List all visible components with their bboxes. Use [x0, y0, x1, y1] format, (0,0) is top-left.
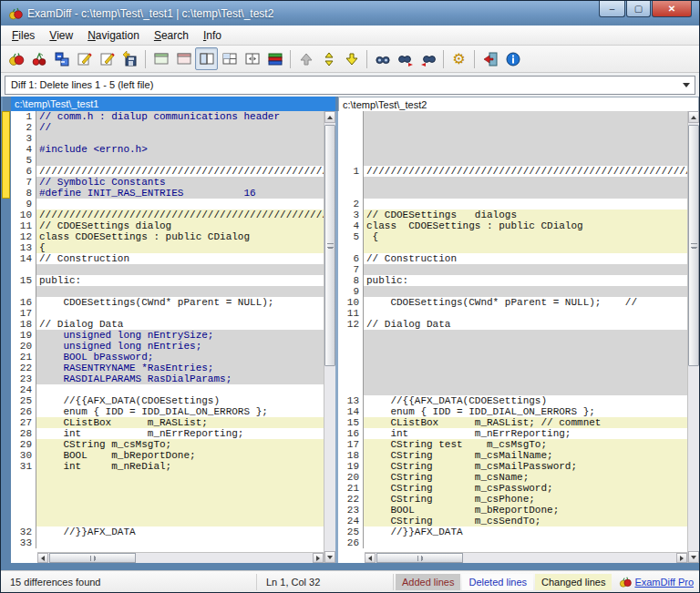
current-diff-icon[interactable] — [317, 47, 340, 70]
line-number: 19 — [338, 461, 364, 472]
menu-item-info[interactable]: Info — [196, 27, 229, 44]
code-row: 23 RASDIALPARAMS RasDialParams; — [11, 373, 324, 384]
code-text: RASDIALPARAMS RasDialParams; — [36, 373, 324, 384]
right-hscroll-thumb[interactable] — [376, 553, 463, 563]
scroll-right-icon[interactable] — [676, 553, 687, 563]
color-scheme-icon[interactable] — [263, 47, 286, 70]
scroll-left-icon[interactable] — [37, 553, 48, 563]
maximize-button[interactable]: ▢ — [626, 1, 651, 17]
menu-item-search[interactable]: Search — [147, 27, 196, 44]
split-four-panes-icon[interactable] — [218, 47, 241, 70]
scroll-down-icon[interactable] — [324, 551, 335, 563]
code-text — [364, 144, 687, 155]
right-horizontal-scrollbar[interactable] — [365, 552, 687, 563]
cherries-icon[interactable] — [27, 47, 50, 70]
compare-fruits-icon[interactable] — [5, 47, 27, 70]
find-previous-icon[interactable] — [417, 47, 439, 70]
exit-icon[interactable] — [479, 47, 501, 70]
scroll-up-icon[interactable] — [688, 111, 699, 123]
line-number: 26 — [338, 537, 364, 548]
code-text: ////////////////////////////////////////… — [364, 166, 687, 177]
code-row — [338, 177, 687, 188]
show-first-pane-icon[interactable] — [149, 47, 172, 70]
chevron-down-icon[interactable] — [678, 77, 694, 93]
code-text: CListBox m_RASList; // commnet — [364, 417, 687, 428]
right-pane-header: c:\temp\Test\_test2 — [338, 97, 699, 111]
about-icon[interactable] — [501, 47, 524, 70]
code-text — [364, 111, 687, 122]
scroll-up-icon[interactable] — [324, 111, 335, 123]
swap-files-icon[interactable] — [50, 47, 73, 70]
menu-item-view[interactable]: View — [42, 27, 80, 44]
next-diff-icon[interactable] — [340, 47, 363, 70]
code-row: 7// Symbolic Constants — [11, 177, 324, 188]
code-text: CString m_csMailName; — [364, 450, 687, 461]
left-vertical-scrollbar[interactable] — [324, 111, 335, 563]
code-row: 20 unsigned long nEntries; — [11, 341, 324, 352]
examdiff-window: ExamDiff - c:\temp\Test\_test1 | c:\temp… — [0, 0, 700, 593]
code-row — [11, 494, 324, 505]
code-row: 6// Construction — [338, 253, 687, 264]
code-row: 28 int m_nErrReporting; — [11, 428, 324, 439]
left-hscroll-thumb[interactable] — [49, 553, 136, 563]
line-number — [11, 505, 36, 516]
diff-selector[interactable]: Diff 1: Delete lines 1 - 5 (left file) — [5, 76, 695, 95]
save-icon[interactable] — [118, 47, 141, 70]
line-number — [338, 373, 364, 384]
line-number: 25 — [338, 527, 364, 537]
split-vertical-icon[interactable] — [195, 47, 218, 70]
code-text: // Dialog Data — [364, 319, 687, 330]
line-number: 28 — [11, 428, 36, 439]
code-row: 4#include <errno.h> — [11, 144, 324, 155]
code-row: 8#define INIT_RAS_ENTRIES 16 — [11, 188, 324, 199]
edit-second-file-icon[interactable] — [96, 47, 118, 70]
minimize-button[interactable]: – — [599, 1, 625, 17]
close-button[interactable]: ✕ — [652, 1, 692, 17]
line-number: 14 — [338, 406, 364, 417]
previous-diff-icon[interactable] — [294, 47, 317, 70]
options-icon[interactable]: ⚙ — [448, 47, 470, 70]
code-text: CString m_csMsgTo; — [36, 439, 324, 450]
find-next-icon[interactable] — [394, 47, 417, 70]
code-text: public: — [364, 275, 687, 286]
right-vscroll-thumb[interactable] — [688, 125, 699, 366]
line-number: 5 — [338, 231, 364, 242]
code-text — [364, 286, 687, 297]
code-row — [11, 472, 324, 483]
code-row: 11 — [338, 308, 687, 319]
code-text — [36, 516, 324, 527]
title-bar[interactable]: ExamDiff - c:\temp\Test\_test1 | c:\temp… — [1, 1, 699, 26]
line-number — [338, 144, 364, 155]
legend-changed-lines: Changed lines — [535, 574, 612, 590]
code-row — [338, 133, 687, 144]
examdiff-pro-link[interactable]: ExamDiff Pro — [634, 577, 694, 588]
line-number: 31 — [11, 461, 36, 472]
right-vertical-scrollbar[interactable] — [687, 111, 699, 563]
show-second-pane-icon[interactable] — [172, 47, 195, 70]
line-number — [338, 111, 364, 122]
left-vscroll-thumb[interactable] — [324, 125, 335, 366]
code-text — [36, 286, 324, 297]
line-number — [11, 286, 36, 297]
code-text: // CDOESettings dialog — [36, 220, 324, 231]
split-horizontal-icon[interactable] — [241, 47, 263, 70]
code-text — [364, 373, 687, 384]
line-number: 14 — [11, 253, 36, 264]
code-text — [364, 122, 687, 133]
line-number — [338, 133, 364, 144]
edit-first-file-icon[interactable] — [73, 47, 96, 70]
find-icon[interactable] — [371, 47, 394, 70]
code-row — [338, 341, 687, 352]
window-inner-margin — [1, 563, 699, 570]
menu-item-files[interactable]: Files — [5, 27, 42, 44]
scroll-left-icon[interactable] — [365, 553, 376, 563]
left-horizontal-scrollbar[interactable] — [37, 552, 324, 563]
code-row — [11, 286, 324, 297]
menu-item-navigation[interactable]: Navigation — [80, 27, 147, 44]
scroll-right-icon[interactable] — [313, 553, 324, 563]
code-text: CString m_csSendTo; — [364, 516, 687, 527]
code-row: 3// CDOESettings dialogs — [338, 210, 687, 220]
scroll-down-icon[interactable] — [688, 551, 699, 563]
line-number: 17 — [338, 439, 364, 450]
code-row: 19 unsigned long nEntrySize; — [11, 330, 324, 341]
